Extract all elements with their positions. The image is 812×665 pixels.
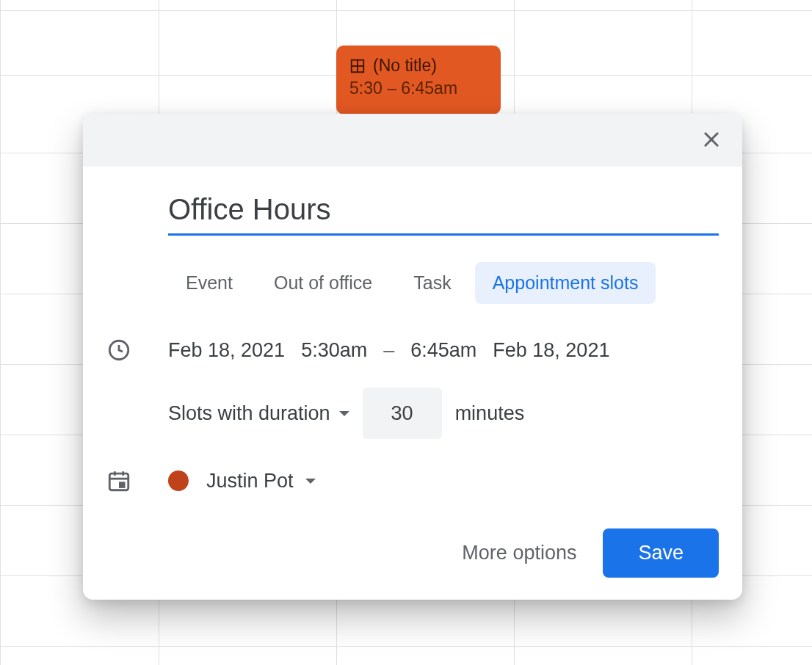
duration-unit: minutes (455, 402, 525, 425)
end-date[interactable]: Feb 18, 2021 (493, 339, 609, 362)
appointment-slots-icon (349, 58, 366, 74)
calendar-color-dot (168, 470, 189, 491)
event-chip[interactable]: (No title) 5:30 – 6:45am (336, 46, 501, 115)
event-chip-time: 5:30 – 6:45am (349, 79, 487, 98)
event-editor-modal: Event Out of office Task Appointment slo… (83, 114, 742, 600)
event-title-input[interactable] (168, 192, 719, 236)
modal-header (83, 114, 742, 167)
close-button[interactable] (697, 126, 726, 155)
tab-task[interactable]: Task (396, 262, 468, 304)
tab-appointment-slots[interactable]: Appointment slots (475, 262, 656, 304)
chevron-down-icon (305, 479, 316, 484)
event-type-tabs: Event Out of office Task Appointment slo… (168, 262, 719, 304)
end-time[interactable]: 6:45am (410, 339, 476, 362)
time-dash: – (383, 339, 394, 362)
tab-out-of-office[interactable]: Out of office (256, 262, 390, 304)
calendar-selector[interactable]: Justin Pot (206, 470, 316, 493)
calendar-icon (106, 468, 168, 493)
save-button[interactable]: Save (603, 528, 719, 578)
close-icon (701, 129, 722, 152)
svg-rect-10 (120, 483, 124, 487)
more-options-button[interactable]: More options (457, 531, 581, 575)
clock-icon (106, 338, 168, 363)
slot-type-label: Slots with duration (168, 402, 330, 425)
calendar-name-label: Justin Pot (206, 470, 294, 493)
event-chip-title: (No title) (373, 56, 437, 76)
start-time[interactable]: 5:30am (301, 339, 367, 362)
slot-type-dropdown[interactable]: Slots with duration (168, 402, 349, 425)
chevron-down-icon (339, 411, 349, 416)
tab-event[interactable]: Event (168, 262, 250, 304)
start-date[interactable]: Feb 18, 2021 (168, 339, 285, 362)
duration-input[interactable] (363, 388, 442, 439)
